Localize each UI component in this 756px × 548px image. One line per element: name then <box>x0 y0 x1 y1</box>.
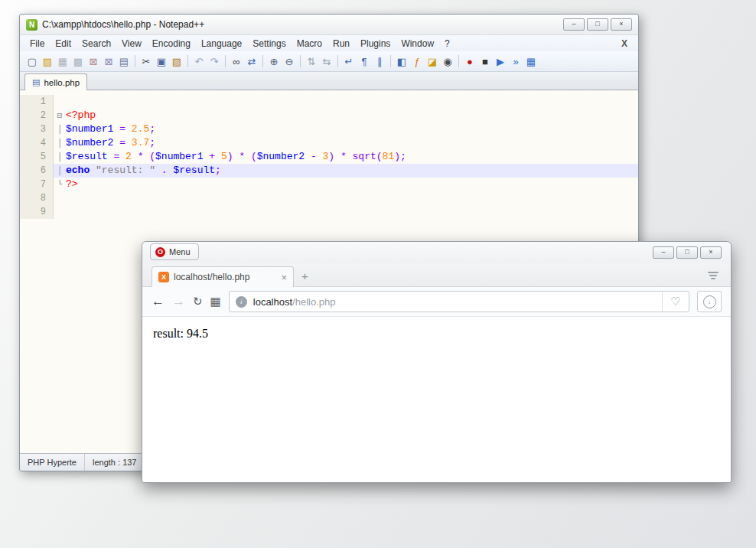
line-number: 3 <box>20 122 54 136</box>
menu-item-encoding[interactable]: Encoding <box>147 37 196 51</box>
opera-menu-label: Menu <box>169 247 191 256</box>
line-number: 1 <box>20 95 54 109</box>
toolbar-separator <box>390 55 391 67</box>
fold-open-icon[interactable]: ⊟ <box>54 109 66 122</box>
menubar-close-document-button[interactable]: X <box>621 38 634 49</box>
toolbar-separator <box>187 55 188 67</box>
speed-dial-icon[interactable]: ▦ <box>210 295 221 308</box>
url-host: localhost <box>253 296 292 308</box>
notepad-tabbar: ▤ hello.php <box>20 72 638 90</box>
menu-item-search[interactable]: Search <box>77 37 116 51</box>
browser-page-content: result: 94.5 <box>142 317 731 482</box>
function-list-icon[interactable]: ƒ <box>410 54 424 68</box>
opera-close-button[interactable]: × <box>700 246 722 259</box>
tab-menu-icon[interactable] <box>708 272 719 279</box>
replace-icon[interactable]: ⇄ <box>245 54 259 68</box>
monitoring-icon[interactable]: ◉ <box>441 54 455 68</box>
new-file-icon[interactable]: ▢ <box>25 54 39 68</box>
redo-icon[interactable]: ↷ <box>207 54 221 68</box>
code-line-7[interactable]: 7└?> <box>20 178 638 191</box>
notepad-titlebar[interactable]: N C:\xampp\htdocs\hello.php - Notepad++ … <box>20 15 638 35</box>
menu-item-run[interactable]: Run <box>327 37 355 51</box>
undo-icon[interactable]: ↶ <box>192 54 206 68</box>
menu-item-view[interactable]: View <box>116 37 147 51</box>
menu-item-window[interactable]: Window <box>396 37 439 51</box>
find-icon[interactable]: ∞ <box>230 54 243 68</box>
site-info-icon[interactable]: i <box>236 296 247 308</box>
opera-minimize-button[interactable]: – <box>653 246 674 259</box>
maximize-button[interactable]: □ <box>587 18 608 31</box>
line-number: 4 <box>20 136 54 150</box>
indent-guide-icon[interactable]: ∥ <box>373 54 386 68</box>
code-line-3[interactable]: 3│$number1 = 2.5; <box>20 122 638 136</box>
opera-titlebar[interactable]: O Menu – □ × <box>142 242 731 263</box>
url-path: /hello.php <box>292 296 335 308</box>
paste-icon[interactable]: ▧ <box>170 54 184 68</box>
folder-as-workspace-icon[interactable]: ◪ <box>425 54 439 68</box>
forward-icon[interactable]: → <box>172 294 185 309</box>
page-result-text: result: 94.5 <box>153 327 208 340</box>
macro-run-multiple-icon[interactable]: » <box>509 54 523 68</box>
cut-icon[interactable]: ✂ <box>139 54 153 68</box>
show-all-characters-icon[interactable]: ¶ <box>357 54 371 68</box>
opera-menu-button[interactable]: O Menu <box>150 243 199 260</box>
browser-tab[interactable]: X localhost/hello.php × <box>152 266 294 287</box>
toolbar-separator <box>300 55 301 67</box>
zoom-out-icon[interactable]: ⊖ <box>282 54 296 68</box>
tab-close-icon[interactable]: × <box>281 272 287 283</box>
code-line-4[interactable]: 4│$number2 = 3.7; <box>20 136 638 150</box>
code-line-2[interactable]: 2⊟<?php <box>20 109 638 122</box>
notepad-window-controls: – □ × <box>563 18 632 31</box>
document-tab-hello-php[interactable]: ▤ hello.php <box>24 73 87 90</box>
back-icon[interactable]: ← <box>152 294 165 309</box>
menu-item-help[interactable]: ? <box>439 37 455 51</box>
macro-save-icon[interactable]: ▦ <box>524 54 538 68</box>
macro-play-icon[interactable]: ▶ <box>494 54 507 68</box>
new-tab-button[interactable]: + <box>301 271 308 282</box>
line-number: 8 <box>20 191 54 205</box>
code-text: $number1 = 2.5; <box>66 122 155 136</box>
menu-item-edit[interactable]: Edit <box>50 37 77 51</box>
save-all-icon[interactable]: ▩ <box>71 54 85 68</box>
notepad-window-title: C:\xampp\htdocs\hello.php - Notepad++ <box>42 19 204 30</box>
word-wrap-icon[interactable]: ↵ <box>342 54 356 68</box>
menu-item-plugins[interactable]: Plugins <box>355 37 396 51</box>
opera-logo-icon: O <box>155 247 165 257</box>
macro-stop-icon[interactable]: ■ <box>478 54 492 68</box>
reload-icon[interactable]: ↻ <box>193 295 203 308</box>
open-file-icon[interactable]: ▨ <box>41 54 54 68</box>
download-button[interactable]: ↓ <box>697 291 722 312</box>
code-line-9[interactable]: 9 <box>20 205 638 219</box>
macro-record-icon[interactable]: ● <box>463 54 477 68</box>
copy-icon[interactable]: ▣ <box>155 54 168 68</box>
notepadpp-icon: N <box>26 19 37 31</box>
code-line-1[interactable]: 1 <box>20 95 638 109</box>
menu-item-settings[interactable]: Settings <box>247 37 291 51</box>
opera-maximize-button[interactable]: □ <box>676 246 698 259</box>
address-bar[interactable]: i localhost/hello.php ♡ <box>229 291 689 312</box>
fold-end-icon: └ <box>54 178 66 191</box>
menu-item-language[interactable]: Language <box>196 37 247 51</box>
close-all-icon[interactable]: ⊠ <box>102 54 116 68</box>
close-button[interactable]: × <box>611 18 632 31</box>
code-line-6[interactable]: 6│echo "result: " . $result; <box>20 164 638 178</box>
minimize-button[interactable]: – <box>563 18 585 31</box>
sync-horizontal-icon[interactable]: ⇆ <box>320 54 334 68</box>
code-text: <?php <box>66 109 96 122</box>
code-text: $result = 2 * ($number1 + 5) * ($number2… <box>66 150 406 164</box>
document-map-icon[interactable]: ◧ <box>395 54 409 68</box>
opera-window-controls: – □ × <box>653 246 722 259</box>
toolbar-separator <box>262 55 263 67</box>
zoom-in-icon[interactable]: ⊕ <box>267 54 281 68</box>
print-icon[interactable]: ▤ <box>117 54 131 68</box>
sync-vertical-icon[interactable]: ⇅ <box>305 54 318 68</box>
xampp-favicon-icon: X <box>158 272 169 282</box>
bookmark-heart-icon[interactable]: ♡ <box>662 292 689 312</box>
close-icon[interactable]: ⊠ <box>86 54 100 68</box>
code-line-8[interactable]: 8 <box>20 191 638 205</box>
code-line-5[interactable]: 5│$result = 2 * ($number1 + 5) * ($numbe… <box>20 150 638 164</box>
fold-line-icon: │ <box>54 150 66 164</box>
save-icon[interactable]: ▦ <box>56 54 70 68</box>
menu-item-file[interactable]: File <box>24 37 50 51</box>
menu-item-macro[interactable]: Macro <box>292 37 327 51</box>
